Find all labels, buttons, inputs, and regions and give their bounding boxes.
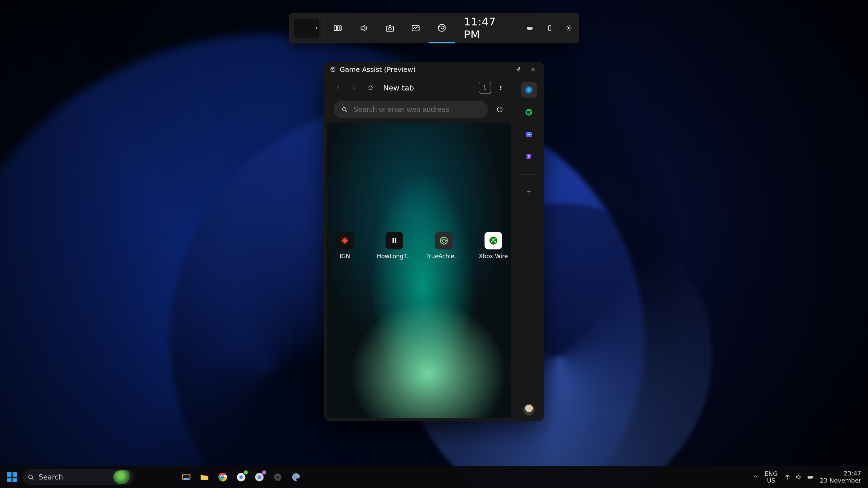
game-bar-capture-button[interactable]	[377, 13, 403, 43]
game-bar-game-assist-button[interactable]	[429, 13, 454, 43]
taskbar-file-explorer[interactable]	[196, 469, 213, 485]
quick-link-hltb[interactable]: HowLongT...	[376, 232, 412, 260]
svg-point-43	[297, 475, 298, 477]
taskbar-system-tray[interactable]	[784, 474, 814, 481]
quick-link-label: TrueAchiev...	[426, 253, 461, 260]
taskbar-settings-app[interactable]	[270, 469, 286, 485]
kebab-icon	[498, 85, 504, 91]
taskbar-obscured-item[interactable]	[137, 469, 173, 485]
svg-rect-32	[184, 478, 189, 480]
svg-point-21	[442, 239, 445, 242]
browser-menu-button[interactable]	[496, 82, 506, 94]
sidebar-spotify[interactable]	[521, 104, 537, 120]
palette-icon	[291, 472, 301, 482]
refresh-button[interactable]	[494, 103, 506, 116]
chevron-left-icon	[335, 85, 341, 91]
svg-point-44	[294, 478, 295, 479]
game-assist-sidebar	[514, 77, 544, 421]
game-bar-widgets-button[interactable]	[325, 13, 351, 43]
start-button[interactable]	[4, 469, 20, 485]
sidebar-profile[interactable]	[523, 404, 535, 415]
svg-point-38	[258, 475, 261, 479]
controller-icon	[546, 24, 553, 32]
search-highlight-icon	[113, 470, 132, 484]
quick-link-label: Xbox Wire	[479, 253, 508, 260]
sidebar-edge[interactable]	[521, 82, 537, 98]
pin-button[interactable]	[513, 64, 524, 75]
game-bar: 11:47 PM	[289, 13, 579, 43]
svg-rect-3	[386, 26, 393, 31]
tray-expand-button[interactable]	[752, 473, 758, 481]
svg-point-4	[389, 27, 391, 30]
taskbar-task-view[interactable]	[178, 469, 194, 485]
svg-point-45	[787, 479, 788, 479]
taskbar-chrome-dev[interactable]	[251, 469, 268, 485]
svg-point-26	[528, 134, 529, 135]
avatar-icon	[523, 404, 535, 415]
svg-rect-25	[526, 132, 532, 137]
svg-point-36	[239, 475, 243, 479]
browser-newtab-content: IGN HowLongT... TrueAchiev...	[327, 123, 511, 418]
gear-app-icon	[273, 472, 283, 482]
game-assist-title: Game Assist (Preview)	[340, 65, 416, 74]
quick-link-trueachievements[interactable]: TrueAchiev...	[426, 232, 462, 260]
refresh-icon	[496, 106, 504, 113]
svg-point-40	[276, 476, 279, 479]
search-icon	[27, 473, 35, 481]
nav-home-button[interactable]	[365, 82, 376, 94]
search-input-container[interactable]	[334, 101, 488, 118]
taskbar-chrome-beta[interactable]	[233, 469, 249, 485]
volume-icon	[795, 474, 802, 481]
twitch-icon	[525, 153, 533, 161]
nav-forward-button[interactable]	[349, 82, 360, 94]
svg-point-11	[568, 27, 570, 29]
game-bar-audio-button[interactable]	[351, 13, 377, 43]
capture-icon	[385, 23, 395, 33]
spotify-icon	[525, 108, 533, 116]
search-input[interactable]	[353, 105, 481, 114]
windows-logo-icon	[7, 472, 17, 482]
gear-icon	[566, 24, 573, 32]
svg-point-14	[500, 87, 501, 88]
tab-count-button[interactable]: 1	[479, 82, 491, 94]
quick-links: IGN HowLongT... TrueAchiev...	[327, 232, 511, 260]
quick-link-ign[interactable]: IGN	[327, 232, 363, 260]
nav-back-button[interactable]	[332, 82, 344, 94]
svg-point-13	[500, 86, 501, 86]
pin-icon	[516, 66, 522, 73]
xbox-icon	[489, 236, 498, 245]
taskbar: Search E	[0, 466, 868, 488]
browser-tab-title: New tab	[383, 84, 414, 92]
svg-point-12	[331, 67, 335, 72]
svg-point-30	[29, 475, 33, 479]
game-bar-active-app[interactable]	[289, 11, 324, 45]
taskbar-search[interactable]: Search	[22, 469, 134, 485]
game-bar-battery-button[interactable]	[520, 13, 540, 43]
game-bar-performance-button[interactable]	[403, 13, 429, 43]
taskbar-language[interactable]: ENG US	[765, 470, 778, 484]
close-button[interactable]	[528, 64, 538, 75]
edge-icon	[525, 85, 533, 94]
game-bar-xbox-button[interactable]	[540, 13, 559, 43]
svg-point-15	[500, 89, 501, 89]
svg-rect-29	[530, 156, 530, 157]
game-bar-settings-button[interactable]	[559, 13, 579, 43]
sidebar-add[interactable]	[521, 184, 537, 200]
svg-point-34	[221, 475, 224, 479]
taskbar-chrome[interactable]	[215, 469, 231, 485]
game-assist-browser: New tab 1	[324, 77, 514, 421]
taskbar-clock[interactable]: 23:47 23 November	[820, 470, 861, 484]
svg-rect-47	[808, 476, 811, 477]
chevron-right-icon	[314, 25, 319, 31]
svg-rect-9	[532, 28, 533, 29]
widgets-icon	[333, 23, 342, 33]
quick-link-label: HowLongT...	[377, 253, 412, 260]
sidebar-discord[interactable]	[521, 127, 537, 142]
notification-dot	[262, 470, 266, 474]
svg-rect-18	[393, 238, 394, 243]
sidebar-twitch[interactable]	[521, 149, 537, 165]
svg-point-42	[295, 474, 297, 476]
quick-link-xboxwire[interactable]: Xbox Wire	[475, 232, 511, 260]
close-icon	[530, 66, 536, 73]
taskbar-paint[interactable]	[288, 469, 304, 485]
